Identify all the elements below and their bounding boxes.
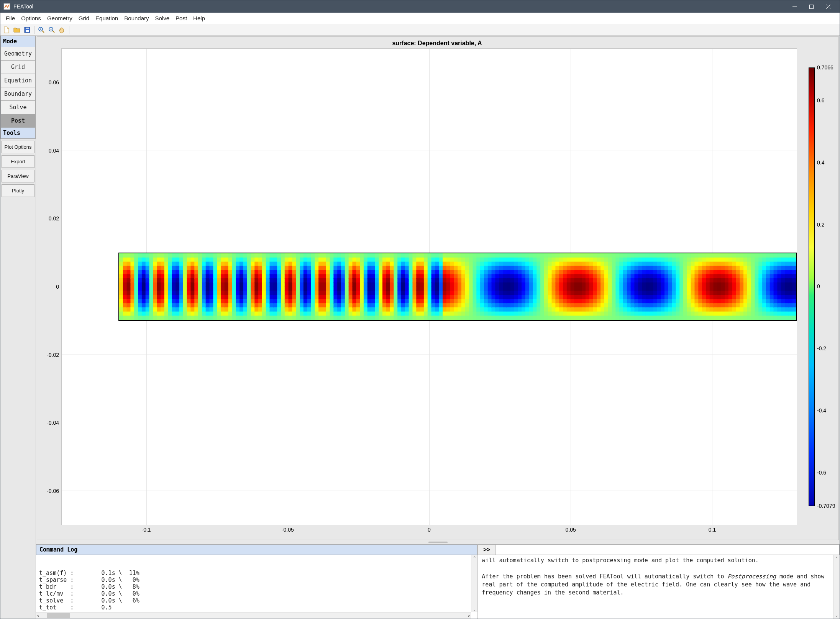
svg-rect-931 bbox=[333, 270, 338, 275]
svg-rect-1140 bbox=[382, 274, 386, 279]
menu-solve[interactable]: Solve bbox=[152, 13, 173, 23]
svg-rect-1096 bbox=[371, 291, 375, 296]
scrollbar-thumb[interactable] bbox=[47, 613, 70, 618]
svg-rect-216 bbox=[164, 291, 168, 296]
mode-post[interactable]: Post bbox=[0, 114, 36, 128]
help-scrollbar-vertical[interactable]: ⌃ ⌄ bbox=[833, 555, 840, 619]
svg-rect-209 bbox=[164, 262, 168, 266]
svg-rect-285 bbox=[179, 312, 184, 316]
svg-rect-1844 bbox=[548, 274, 552, 279]
log-scrollbar-horizontal[interactable]: < > bbox=[36, 612, 471, 619]
menu-help[interactable]: Help bbox=[190, 13, 208, 23]
command-log-body[interactable]: t_asm(f) : 0.1s \ 11% t_sparse : 0.0s \ … bbox=[36, 555, 477, 619]
scroll-right-icon[interactable]: > bbox=[467, 613, 471, 619]
svg-rect-842 bbox=[311, 299, 315, 304]
svg-rect-1545 bbox=[476, 295, 481, 300]
maximize-button[interactable] bbox=[803, 0, 820, 13]
tool-paraview[interactable]: ParaView bbox=[2, 170, 34, 182]
svg-rect-859 bbox=[315, 303, 319, 308]
minimize-button[interactable] bbox=[786, 0, 803, 13]
svg-rect-569 bbox=[247, 295, 251, 300]
svg-rect-1238 bbox=[405, 282, 409, 287]
svg-rect-2625 bbox=[732, 262, 736, 266]
svg-rect-2580 bbox=[721, 274, 725, 279]
mode-grid[interactable]: Grid bbox=[0, 60, 36, 74]
svg-rect-2085 bbox=[604, 278, 609, 283]
close-button[interactable] bbox=[820, 0, 837, 13]
open-file-icon[interactable] bbox=[12, 25, 21, 34]
menu-post[interactable]: Post bbox=[172, 13, 190, 23]
svg-rect-1744 bbox=[525, 258, 529, 262]
svg-rect-47 bbox=[126, 253, 131, 258]
svg-rect-1626 bbox=[495, 299, 499, 304]
svg-rect-1460 bbox=[458, 274, 462, 279]
command-input[interactable] bbox=[495, 544, 840, 555]
svg-rect-1762 bbox=[529, 266, 533, 271]
tool-plotly[interactable]: Plotly bbox=[2, 184, 34, 197]
menu-grid[interactable]: Grid bbox=[75, 13, 92, 23]
svg-rect-2701 bbox=[747, 312, 751, 316]
colorbar-tick: -0.6 bbox=[817, 470, 826, 476]
scroll-left-icon[interactable]: < bbox=[36, 613, 40, 619]
log-scrollbar-vertical[interactable]: ⌃ ⌄ bbox=[471, 555, 477, 612]
scroll-down-icon[interactable]: ⌄ bbox=[835, 612, 838, 619]
svg-rect-941 bbox=[333, 312, 338, 316]
mode-equation[interactable]: Equation bbox=[0, 74, 36, 87]
svg-rect-699 bbox=[277, 303, 281, 308]
scroll-up-icon[interactable]: ⌃ bbox=[472, 555, 476, 561]
svg-rect-585 bbox=[251, 295, 255, 300]
save-icon[interactable] bbox=[23, 25, 32, 34]
tool-export[interactable]: Export bbox=[2, 155, 34, 168]
mode-geometry[interactable]: Geometry bbox=[0, 47, 36, 61]
menu-equation[interactable]: Equation bbox=[92, 13, 121, 23]
svg-rect-1549 bbox=[476, 312, 481, 316]
svg-rect-2113 bbox=[612, 262, 616, 266]
svg-rect-1902 bbox=[559, 316, 563, 320]
svg-rect-2190 bbox=[627, 316, 631, 320]
menu-boundary[interactable]: Boundary bbox=[121, 13, 152, 23]
svg-rect-414 bbox=[209, 316, 213, 320]
svg-rect-1035 bbox=[356, 303, 360, 308]
svg-rect-1553 bbox=[480, 262, 484, 266]
scroll-down-icon[interactable]: ⌄ bbox=[472, 606, 476, 612]
plot-pane[interactable]: surface: Dependent variable, A -0.06-0.0… bbox=[37, 36, 839, 540]
command-prompt[interactable]: >> bbox=[478, 544, 495, 555]
svg-rect-248 bbox=[172, 291, 176, 296]
svg-rect-522 bbox=[236, 299, 240, 304]
svg-rect-227 bbox=[168, 270, 172, 275]
svg-rect-2233 bbox=[638, 295, 642, 300]
svg-rect-1669 bbox=[506, 278, 510, 283]
svg-rect-1980 bbox=[578, 307, 582, 312]
mode-boundary[interactable]: Boundary bbox=[0, 87, 36, 101]
zoom-in-icon[interactable] bbox=[37, 25, 46, 34]
svg-rect-706 bbox=[281, 266, 285, 271]
svg-rect-1741 bbox=[522, 312, 526, 316]
sidebar-header-tools: Tools bbox=[0, 127, 36, 139]
zoom-out-icon[interactable] bbox=[47, 25, 56, 34]
svg-rect-308 bbox=[187, 274, 191, 279]
svg-rect-520 bbox=[236, 291, 240, 296]
pan-icon[interactable] bbox=[57, 25, 67, 34]
svg-rect-1526 bbox=[472, 282, 477, 287]
svg-rect-517 bbox=[236, 278, 240, 283]
svg-rect-1271 bbox=[412, 287, 417, 291]
svg-rect-156 bbox=[149, 307, 153, 312]
menu-geometry[interactable]: Geometry bbox=[44, 13, 75, 23]
svg-rect-2370 bbox=[672, 266, 676, 271]
svg-rect-1030 bbox=[356, 282, 360, 287]
svg-rect-1606 bbox=[491, 282, 495, 287]
menu-options[interactable]: Options bbox=[18, 13, 44, 23]
svg-rect-195 bbox=[160, 270, 164, 275]
svg-rect-1324 bbox=[423, 307, 428, 312]
tool-plot-options[interactable]: Plot Options bbox=[2, 141, 34, 153]
new-file-icon[interactable] bbox=[2, 25, 11, 34]
svg-rect-944 bbox=[337, 258, 341, 262]
plot-axes[interactable] bbox=[61, 48, 797, 525]
mode-solve[interactable]: Solve bbox=[0, 100, 36, 114]
svg-rect-806 bbox=[303, 282, 307, 287]
splitter-handle[interactable] bbox=[36, 541, 840, 544]
scroll-up-icon[interactable]: ⌃ bbox=[835, 555, 838, 562]
help-body[interactable]: will automatically switch to postprocess… bbox=[478, 555, 840, 619]
svg-rect-2707 bbox=[751, 270, 755, 275]
menu-file[interactable]: File bbox=[3, 13, 18, 23]
